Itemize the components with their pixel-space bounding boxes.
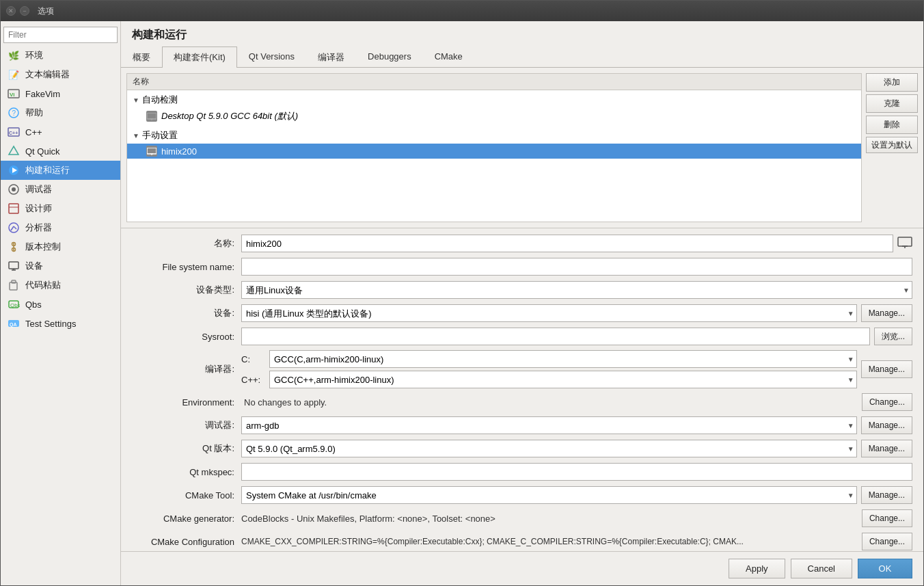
sidebar-item-label: C++: [25, 127, 42, 137]
device-type-label: 设备类型:: [132, 284, 241, 296]
compiler-cpp-select-wrapper: GCC(C++,arm-himix200-linux) ▼: [269, 371, 857, 388]
sidebar-item-build-run[interactable]: 构建和运行: [1, 161, 120, 180]
qt-version-manage-button[interactable]: Manage...: [861, 440, 912, 457]
build-run-icon: [8, 164, 20, 176]
sidebar-item-qt-quick[interactable]: Qt Quick: [1, 142, 120, 161]
bottom-bar: Apply Cancel OK: [121, 551, 923, 585]
sidebar-item-label: 帮助: [25, 107, 43, 119]
sidebar-item-cpp[interactable]: C++ C++: [1, 122, 120, 142]
sidebar-item-paste[interactable]: 代码粘贴: [1, 276, 120, 295]
form-row-compiler: 编译器: C: GCC(C,arm-himix200-linux) ▼: [132, 350, 912, 388]
compiler-cpp-label: C++:: [241, 375, 265, 385]
kit-section-auto: ▼ 自动检测 Desktop Qt 5.9.0 GCC 64bit (默认): [127, 90, 861, 126]
svg-rect-31: [147, 148, 157, 154]
sidebar-item-help[interactable]: ? 帮助: [1, 103, 120, 122]
sidebar-item-text-editor[interactable]: 📝 文本编辑器: [1, 65, 120, 84]
sidebar-item-device[interactable]: 设备: [1, 256, 120, 276]
browse-button[interactable]: 浏览...: [874, 328, 912, 345]
svg-line-14: [11, 226, 14, 230]
environment-label: Environment:: [132, 397, 241, 408]
sidebar-item-fakevim[interactable]: Vi FakeVim: [1, 84, 120, 103]
compiler-cpp-select[interactable]: GCC(C++,arm-himix200-linux): [269, 371, 857, 388]
cmake-generator-label: CMake generator:: [132, 514, 241, 524]
ok-button[interactable]: OK: [858, 559, 912, 578]
cpp-icon: C++: [8, 126, 20, 138]
remove-button[interactable]: 删除: [866, 116, 918, 134]
sidebar-item-qbs[interactable]: Qbs Qbs: [1, 295, 120, 314]
device-type-select[interactable]: 通用Linux设备: [241, 281, 912, 299]
sidebar-item-designer[interactable]: 设计师: [1, 199, 120, 218]
cmake-tool-select[interactable]: System CMake at /usr/bin/cmake: [241, 486, 857, 504]
kit-item-himix200[interactable]: himix200: [127, 144, 861, 159]
cancel-button[interactable]: Cancel: [791, 559, 852, 578]
sidebar-item-test-settings[interactable]: QA Test Settings: [1, 314, 120, 333]
form-row-device: 设备: hisi (通用Linux 类型的默认设备) ▼ Manage...: [132, 304, 912, 323]
kit-section-manual-header[interactable]: ▼ 手动设置: [127, 127, 861, 144]
add-button[interactable]: 添加: [866, 73, 918, 92]
close-button[interactable]: ✕: [6, 6, 16, 16]
sidebar-item-env[interactable]: 🌿 环境: [1, 46, 120, 65]
filter-input[interactable]: [3, 27, 118, 43]
tab-debuggers[interactable]: Debuggers: [356, 46, 423, 68]
svg-text:?: ?: [12, 109, 16, 117]
vcs-icon: [8, 241, 20, 253]
set-default-button[interactable]: 设置为默认: [866, 137, 918, 153]
monitor-icon: [897, 237, 912, 249]
kit-section-auto-header[interactable]: ▼ 自动检测: [127, 92, 861, 108]
debugger-manage-button[interactable]: Manage...: [861, 416, 912, 434]
debugger-select[interactable]: arm-gdb: [241, 416, 857, 434]
cmake-generator-change-button[interactable]: Change...: [862, 509, 912, 527]
cmake-tool-manage-button[interactable]: Manage...: [861, 486, 912, 504]
tab-kits[interactable]: 构建套件(Kit): [162, 46, 237, 68]
sidebar-item-vcs[interactable]: 版本控制: [1, 237, 120, 256]
form-row-cmake-tool: CMake Tool: System CMake at /usr/bin/cma…: [132, 485, 912, 505]
sidebar-item-label: 分析器: [25, 222, 52, 234]
kit-item-desktop-qt[interactable]: Desktop Qt 5.9.0 GCC 64bit (默认): [127, 108, 861, 124]
form-row-cmake-config: CMake Configuration CMAKE_CXX_COMPILER:S…: [132, 532, 912, 551]
detail-form: 名称: File system name: 设备类型:: [121, 228, 923, 551]
svg-text:Vi: Vi: [10, 92, 14, 98]
form-row-device-type: 设备类型: 通用Linux设备 ▼: [132, 280, 912, 299]
sidebar-item-label: Test Settings: [25, 319, 76, 329]
svg-text:C++: C++: [9, 131, 18, 135]
sidebar-item-label: 代码粘贴: [25, 279, 61, 291]
help-icon: ?: [8, 107, 20, 119]
device-manage-button[interactable]: Manage...: [861, 304, 912, 322]
svg-point-10: [12, 187, 16, 191]
device-label: 设备:: [132, 307, 241, 319]
form-row-environment: Environment: No changes to apply. Change…: [132, 392, 912, 412]
tab-cmake[interactable]: CMake: [423, 46, 474, 68]
environment-change-button[interactable]: Change...: [862, 393, 912, 411]
clone-button[interactable]: 克隆: [866, 94, 918, 113]
tab-qt-versions[interactable]: Qt Versions: [237, 46, 306, 68]
debugger-label: 调试器:: [132, 419, 241, 431]
expand-arrow: ▼: [133, 96, 139, 104]
svg-line-15: [14, 226, 16, 229]
svg-text:QA: QA: [10, 322, 17, 328]
sidebar-item-label: Qbs: [25, 299, 42, 310]
cmake-config-change-button[interactable]: Change...: [862, 533, 912, 550]
tab-overview[interactable]: 概要: [121, 46, 162, 68]
device-type-select-wrapper: 通用Linux设备 ▼: [241, 281, 912, 299]
sidebar-item-analyzer[interactable]: 分析器: [1, 218, 120, 237]
device-select[interactable]: hisi (通用Linux 类型的默认设备): [241, 304, 857, 322]
qbs-icon: Qbs: [8, 298, 20, 310]
sidebar-item-debugger[interactable]: 调试器: [1, 180, 120, 199]
form-row-filesystem: File system name:: [132, 257, 912, 276]
section-label: 手动设置: [142, 129, 178, 142]
compiler-c-select[interactable]: GCC(C,arm-himix200-linux): [269, 350, 857, 368]
qt-mkspec-input[interactable]: [241, 463, 912, 481]
name-input[interactable]: [241, 235, 893, 252]
compiler-manage-button[interactable]: Manage...: [861, 360, 912, 378]
titlebar: ✕ − 选项: [1, 1, 923, 21]
cmake-generator-value: CodeBlocks - Unix Makefiles, Platform: <…: [241, 514, 858, 524]
minimize-button[interactable]: −: [20, 6, 29, 16]
apply-button[interactable]: Apply: [729, 559, 785, 578]
filesystem-input[interactable]: [241, 258, 912, 276]
qt-version-select[interactable]: Qt 5.9.0 (Qt_arm5.9.0): [241, 440, 857, 457]
section-label: 自动检测: [142, 94, 178, 106]
tab-compilers[interactable]: 编译器: [306, 46, 356, 68]
sysroot-input[interactable]: [241, 328, 870, 345]
tab-bar: 概要 构建套件(Kit) Qt Versions 编译器 Debuggers C…: [121, 46, 923, 68]
leaf-icon: 🌿: [8, 49, 20, 62]
